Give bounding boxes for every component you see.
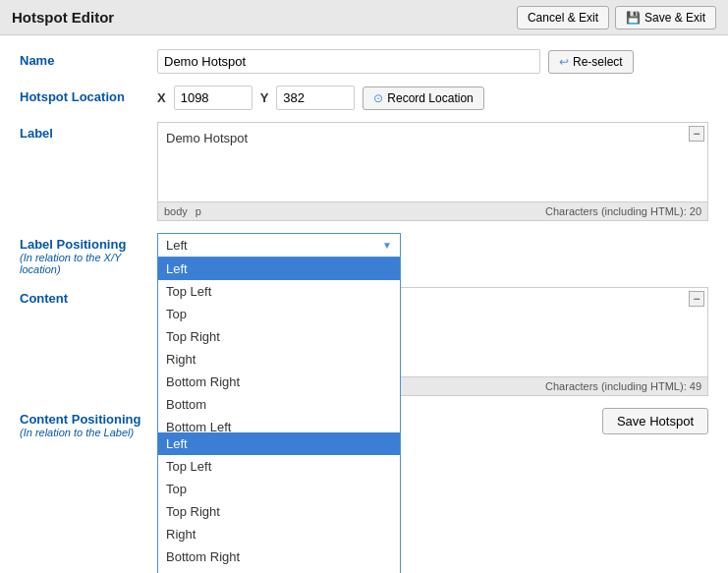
content-positioning-label: Content Positioning (In relation to the … [20,408,157,438]
label-tag-body: body [164,205,188,217]
reselect-icon [559,55,569,69]
content-positioning-list: Left Top Left Top Top Right Right Bottom… [157,432,401,573]
header: Hotspot Editor Cancel & Exit 💾 Save & Ex… [0,0,728,35]
label-pos-option-top[interactable]: Top [158,303,400,325]
content-pos-option-top[interactable]: Top [158,478,400,500]
save-icon: 💾 [626,11,641,25]
name-row: Name Re-select [20,49,708,74]
record-icon [373,91,383,105]
label-positioning-control: Left ▼ Left Top Left Top Top Right Right… [157,233,708,258]
hotspot-location-label: Hotspot Location [20,86,157,104]
name-input[interactable] [157,49,540,74]
name-control: Re-select [157,49,708,74]
y-label: Y [260,90,269,105]
content-pos-option-topleft[interactable]: Top Left [158,455,400,478]
content-char-count: Characters (including HTML): 49 [545,380,701,392]
content-pos-option-topright[interactable]: Top Right [158,500,400,523]
chevron-down-icon: ▼ [382,240,392,251]
y-input[interactable] [276,86,355,110]
label-tag-p: p [196,205,201,217]
label-pos-option-bottom[interactable]: Bottom [158,393,400,416]
reselect-button[interactable]: Re-select [548,50,634,74]
label-editor-tags: body p [164,205,201,217]
label-editor-collapse[interactable]: − [689,126,704,142]
label-editor-content[interactable]: Demo Hotspot [158,123,707,201]
label-pos-option-topleft[interactable]: Top Left [158,280,400,303]
content-editor-collapse[interactable]: − [689,291,704,307]
label-char-count: Characters (including HTML): 20 [545,205,701,217]
content-pos-option-right[interactable]: Right [158,523,400,545]
main-content: Name Re-select Hotspot Location X Y Re [0,35,728,573]
label-pos-option-right[interactable]: Right [158,348,400,371]
page-title: Hotspot Editor [12,9,114,26]
content-label: Content [20,287,157,306]
label-pos-option-topright[interactable]: Top Right [158,325,400,348]
save-exit-button[interactable]: 💾 Save & Exit [615,6,716,29]
x-label: X [157,90,166,105]
label-pos-option-bottomright[interactable]: Bottom Right [158,371,400,393]
content-pos-option-bottom[interactable]: Bottom [158,568,400,573]
x-input[interactable] [174,86,252,110]
label-positioning-list: Left Top Left Top Top Right Right Bottom… [157,258,401,439]
label-row: Label − Demo Hotspot body p Characters (… [20,122,708,221]
record-location-button[interactable]: Record Location [363,86,483,110]
location-control: X Y Record Location [157,86,708,110]
label-editor-control: − Demo Hotspot body p Characters (includ… [157,122,708,221]
save-hotspot-button[interactable]: Save Hotspot [602,408,708,434]
label-editor-footer: body p Characters (including HTML): 20 [158,201,707,220]
content-pos-option-left[interactable]: Left [158,432,400,455]
label-label: Label [20,122,157,141]
label-pos-option-left[interactable]: Left [158,258,400,280]
cancel-exit-button[interactable]: Cancel & Exit [517,6,609,29]
name-label: Name [20,49,157,68]
label-positioning-label: Label Positioning (In relation to the X/… [20,233,157,275]
label-positioning-dropdown[interactable]: Left ▼ Left Top Left Top Top Right Right… [157,233,401,258]
label-positioning-trigger[interactable]: Left ▼ [157,233,401,258]
content-pos-option-bottomright[interactable]: Bottom Right [158,545,400,568]
header-buttons: Cancel & Exit 💾 Save & Exit [517,6,716,29]
label-editor: − Demo Hotspot body p Characters (includ… [157,122,708,221]
label-positioning-row: Label Positioning (In relation to the X/… [20,233,708,275]
hotspot-location-row: Hotspot Location X Y Record Location [20,86,708,110]
